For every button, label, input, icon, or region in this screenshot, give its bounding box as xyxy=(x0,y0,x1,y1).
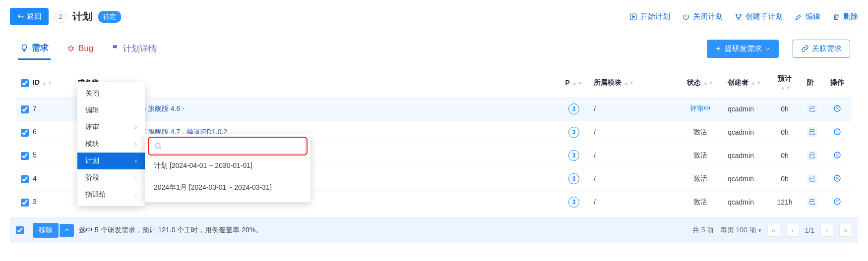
ctx-review[interactable]: 评审› xyxy=(77,119,145,136)
chevron-down-icon xyxy=(765,46,771,52)
remove-button[interactable]: 移除 xyxy=(33,223,59,238)
row-action-button[interactable] xyxy=(833,106,842,114)
svg-point-10 xyxy=(156,144,160,148)
chevron-right-icon: › xyxy=(135,157,137,164)
branch-icon xyxy=(735,13,743,21)
row-checkbox[interactable] xyxy=(21,175,29,183)
chevron-up-icon xyxy=(64,227,70,233)
link-icon xyxy=(801,45,809,52)
sort-icon[interactable]: ▲▼ xyxy=(750,81,761,84)
delete-button[interactable]: 删除 xyxy=(832,12,858,21)
row-id: 6 xyxy=(33,128,37,136)
new-requirement-button[interactable]: 提研发需求 xyxy=(707,40,779,58)
sort-icon[interactable]: ▲▼ xyxy=(703,81,714,84)
plus-icon xyxy=(715,45,722,52)
row-module: / xyxy=(589,191,678,214)
trash-icon xyxy=(832,13,840,21)
row-module: / xyxy=(589,144,678,167)
sort-icon[interactable]: ▲▼ xyxy=(572,82,583,85)
ctx-stage[interactable]: 阶段› xyxy=(77,169,145,186)
ctx-edit[interactable]: 编辑 xyxy=(77,102,145,119)
plan-search-input[interactable] xyxy=(165,142,301,150)
select-all-checkbox[interactable] xyxy=(21,79,29,87)
page-title: 计划 xyxy=(72,10,92,23)
row-stage: 已 xyxy=(807,174,817,183)
chevron-right-icon: › xyxy=(135,124,137,131)
svg-point-3 xyxy=(738,18,740,19)
row-estimate: 121h xyxy=(767,191,802,214)
edit-icon xyxy=(795,13,803,21)
total-items: 共 5 项 xyxy=(692,226,714,235)
priority-badge: 3 xyxy=(568,127,579,138)
row-action-button[interactable] xyxy=(833,153,842,161)
start-plan-button[interactable]: 开始计划 xyxy=(629,12,670,21)
first-page-button[interactable]: « xyxy=(767,224,780,237)
row-action-button[interactable] xyxy=(833,130,842,138)
selection-summary: 选中 5 个研发需求，预计 121.0 个工时，用例覆盖率 20%。 xyxy=(79,226,262,235)
create-child-plan-button[interactable]: 创建子计划 xyxy=(735,12,783,21)
ctx-plan[interactable]: 计划› xyxy=(77,153,145,169)
remove-dropdown[interactable] xyxy=(60,224,74,237)
link-requirement-button[interactable]: 关联需求 xyxy=(793,40,850,58)
row-action-button[interactable] xyxy=(833,200,842,208)
row-checkbox[interactable] xyxy=(21,105,29,113)
row-checkbox[interactable] xyxy=(21,199,29,207)
ctx-assign[interactable]: 指派给› xyxy=(77,186,145,203)
row-module: / xyxy=(589,167,678,191)
row-creator: qcadmin xyxy=(723,121,767,144)
row-status: 激活 xyxy=(693,174,707,182)
row-action-button[interactable] xyxy=(833,176,842,184)
prev-page-button[interactable]: ‹ xyxy=(786,224,799,237)
last-page-button[interactable]: » xyxy=(839,224,852,237)
edit-button[interactable]: 编辑 xyxy=(795,12,820,21)
row-id: 4 xyxy=(33,174,37,182)
row-module: / xyxy=(589,121,678,144)
chevron-right-icon: › xyxy=(135,174,137,181)
tab-requirements[interactable]: 需求 xyxy=(18,37,51,60)
row-checkbox[interactable] xyxy=(21,129,29,137)
sort-icon[interactable]: ▲▼ xyxy=(42,81,53,84)
bug-icon xyxy=(66,44,75,53)
row-status: 激活 xyxy=(693,198,707,206)
row-estimate: 0h xyxy=(767,144,802,167)
row-module: / xyxy=(589,98,678,121)
search-icon xyxy=(154,142,162,150)
back-button[interactable]: 返回 xyxy=(10,8,49,25)
row-id: 5 xyxy=(33,151,37,159)
svg-point-4 xyxy=(69,47,73,51)
row-creator: qcadmin xyxy=(723,98,767,121)
back-label: 返回 xyxy=(27,12,42,21)
row-stage: 已 xyxy=(807,151,817,160)
plan-option-2[interactable]: 2024年1月 [2024-03-01 ~ 2024-03-31] xyxy=(150,178,306,197)
footer-select-all[interactable] xyxy=(16,226,24,234)
row-estimate: 0h xyxy=(767,167,802,191)
per-page-select[interactable]: 每页 100 项 ▾ xyxy=(720,226,761,235)
sort-icon[interactable]: ▲▼ xyxy=(780,86,791,89)
row-checkbox[interactable] xyxy=(21,152,29,160)
svg-point-1 xyxy=(736,14,738,15)
priority-badge: 3 xyxy=(568,150,579,161)
bulb-icon xyxy=(20,44,29,52)
ctx-module[interactable]: 模块› xyxy=(77,136,145,153)
row-id: 3 xyxy=(33,198,37,206)
priority-badge: 3 xyxy=(568,173,579,184)
next-page-button[interactable]: › xyxy=(820,224,833,237)
row-estimate: 0h xyxy=(767,121,802,144)
tab-bug[interactable]: Bug xyxy=(64,39,95,58)
row-status: 激活 xyxy=(693,151,707,159)
plan-search-box[interactable] xyxy=(150,139,306,154)
chevron-right-icon: › xyxy=(135,191,137,198)
row-status-link[interactable]: 评审中 xyxy=(690,104,711,112)
page-indicator: 1/1 xyxy=(805,226,814,234)
ctx-close[interactable]: 关闭 xyxy=(77,85,145,102)
row-creator: qcadmin xyxy=(723,167,767,191)
priority-badge: 3 xyxy=(568,197,579,208)
tab-plan-detail[interactable]: 计划详情 xyxy=(109,38,159,59)
plan-option-1[interactable]: 计划 [2024-04-01 ~ 2030-01-01] xyxy=(150,157,306,175)
row-creator: qcadmin xyxy=(723,144,767,167)
priority-badge: 3 xyxy=(568,104,579,114)
sort-icon[interactable]: ▲▼ xyxy=(623,81,634,84)
close-plan-button[interactable]: 关闭计划 xyxy=(682,12,723,21)
chevron-down-icon: ▾ xyxy=(758,227,761,233)
back-arrow-icon xyxy=(17,13,24,20)
